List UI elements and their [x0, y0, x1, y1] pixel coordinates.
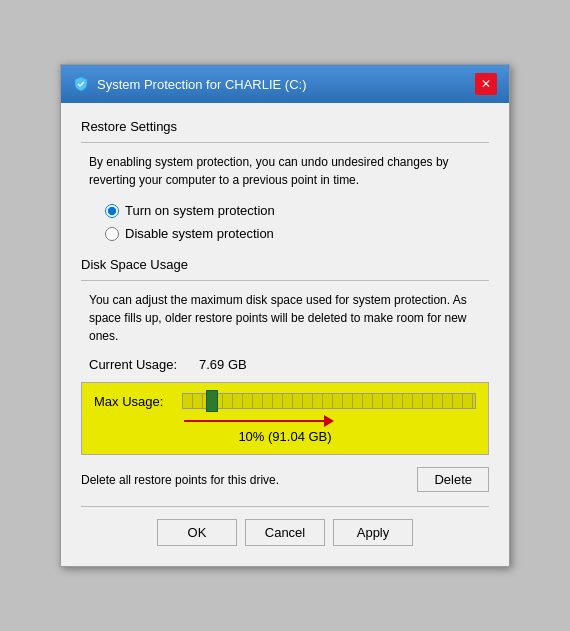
turn-on-label: Turn on system protection	[125, 203, 275, 218]
restore-divider	[81, 142, 489, 143]
close-button[interactable]: ✕	[475, 73, 497, 95]
max-usage-row: Max Usage:	[94, 393, 476, 409]
delete-description: Delete all restore points for this drive…	[81, 473, 417, 487]
current-usage-value: 7.69 GB	[199, 357, 247, 372]
disk-description: You can adjust the maximum disk space us…	[89, 291, 489, 345]
ok-button[interactable]: OK	[157, 519, 237, 546]
restore-settings-title: Restore Settings	[81, 119, 489, 134]
max-usage-container: Max Usage: 10% (91.04 GB)	[81, 382, 489, 455]
bottom-divider	[81, 506, 489, 507]
disk-divider	[81, 280, 489, 281]
current-usage-label: Current Usage:	[89, 357, 199, 372]
turn-on-radio[interactable]	[105, 204, 119, 218]
cancel-button[interactable]: Cancel	[245, 519, 325, 546]
delete-row: Delete all restore points for this drive…	[81, 467, 489, 492]
turn-on-option[interactable]: Turn on system protection	[105, 203, 489, 218]
slider-container	[182, 393, 476, 409]
protection-radio-group: Turn on system protection Disable system…	[105, 203, 489, 241]
slider-ticks	[183, 394, 475, 408]
shield-icon	[73, 76, 89, 92]
disk-space-section: Disk Space Usage You can adjust the maxi…	[81, 257, 489, 492]
title-bar: System Protection for CHARLIE (C:) ✕	[61, 65, 509, 103]
apply-button[interactable]: Apply	[333, 519, 413, 546]
disable-radio[interactable]	[105, 227, 119, 241]
slider-thumb[interactable]	[206, 390, 218, 412]
slider-percentage: 10% (91.04 GB)	[94, 429, 476, 444]
current-usage-row: Current Usage: 7.69 GB	[89, 357, 489, 372]
disable-option[interactable]: Disable system protection	[105, 226, 489, 241]
max-usage-label: Max Usage:	[94, 394, 174, 409]
disk-space-title: Disk Space Usage	[81, 257, 489, 272]
slider-arrow-row	[94, 415, 476, 427]
title-bar-left: System Protection for CHARLIE (C:)	[73, 76, 307, 92]
dialog-body: Restore Settings By enabling system prot…	[61, 103, 509, 566]
arrow-head	[324, 415, 334, 427]
button-row: OK Cancel Apply	[81, 519, 489, 550]
slider-track	[182, 393, 476, 409]
restore-description: By enabling system protection, you can u…	[89, 153, 489, 189]
disable-label: Disable system protection	[125, 226, 274, 241]
system-protection-dialog: System Protection for CHARLIE (C:) ✕ Res…	[60, 64, 510, 567]
title-text: System Protection for CHARLIE (C:)	[97, 77, 307, 92]
arrow-line	[184, 420, 324, 422]
delete-button[interactable]: Delete	[417, 467, 489, 492]
